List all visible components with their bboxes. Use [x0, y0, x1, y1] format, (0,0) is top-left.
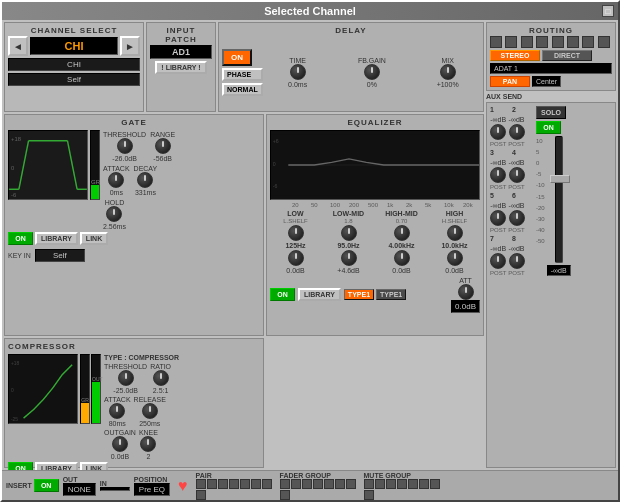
- delay-mix-knob[interactable]: [440, 64, 456, 80]
- channel-next-button[interactable]: ►: [120, 36, 140, 56]
- fader-group-btn-4[interactable]: [313, 479, 323, 489]
- stereo-button[interactable]: STEREO: [490, 50, 540, 61]
- fader-group-btn-1[interactable]: [280, 479, 290, 489]
- channel-select-panel: CHANNEL SELECT ◄ CHI ► CHI Self: [4, 22, 144, 112]
- gate-decay-knob[interactable]: [137, 172, 153, 188]
- channel-prev-button[interactable]: ◄: [8, 36, 28, 56]
- route-btn-6[interactable]: [567, 36, 579, 48]
- eq-panel: EQUALIZER +6 0 -6 20: [266, 114, 484, 336]
- eq-band-lowmid-gain-knob[interactable]: [341, 250, 357, 266]
- aux-2-knob[interactable]: [509, 124, 525, 140]
- comp-knee-knob[interactable]: [140, 436, 156, 452]
- phase-button[interactable]: PHASE: [222, 68, 263, 81]
- mute-group-btn-6[interactable]: [419, 479, 429, 489]
- delay-fbgain-knob[interactable]: [364, 64, 380, 80]
- aux-6-knob[interactable]: [509, 210, 525, 226]
- eq-band-high-freq-knob[interactable]: [447, 225, 463, 241]
- route-btn-1[interactable]: [490, 36, 502, 48]
- aux-3-knob[interactable]: [490, 167, 506, 183]
- pair-btn-2[interactable]: [207, 479, 217, 489]
- comp-ratio-knob[interactable]: [153, 370, 169, 386]
- pan-button[interactable]: PAN: [490, 76, 530, 87]
- normal-button[interactable]: NORMAL: [222, 83, 263, 96]
- route-btn-3[interactable]: [521, 36, 533, 48]
- gate-link-button[interactable]: LINK: [80, 232, 108, 245]
- direct-button[interactable]: DIRECT: [542, 50, 592, 61]
- aux-4-knob[interactable]: [509, 167, 525, 183]
- gate-hold-knob[interactable]: [106, 206, 122, 222]
- comp-attack-knob[interactable]: [109, 403, 125, 419]
- delay-on-button[interactable]: ON: [222, 49, 252, 66]
- insert-in-label: IN: [100, 480, 130, 487]
- delay-time-knob[interactable]: [290, 64, 306, 80]
- eq-band-highmid-type: 0.70: [396, 218, 408, 224]
- heart-button[interactable]: ♥: [174, 477, 192, 495]
- solo-button[interactable]: SOLO: [536, 106, 566, 119]
- eq-type1-button[interactable]: TYPE1: [344, 289, 374, 300]
- pair-btn-7[interactable]: [262, 479, 272, 489]
- aux-4-label: 4: [512, 149, 532, 156]
- mute-group-btn-1[interactable]: [364, 479, 374, 489]
- eq-library-button[interactable]: LIBRARY: [298, 288, 341, 301]
- gate-on-button[interactable]: ON: [8, 232, 33, 245]
- aux-3-db-val: -∞dB: [490, 159, 506, 166]
- eq-band-highmid-gain-knob[interactable]: [394, 250, 410, 266]
- mute-group-btn-7[interactable]: [430, 479, 440, 489]
- eq-band-high-gain-knob[interactable]: [447, 250, 463, 266]
- insert-on-button[interactable]: ON: [34, 479, 59, 492]
- delay-time-label: TIME: [289, 57, 306, 64]
- library-button[interactable]: ! LIBRARY !: [155, 61, 206, 74]
- comp-release-knob[interactable]: [142, 403, 158, 419]
- pair-btn-8[interactable]: [196, 490, 206, 500]
- fader-group-btn-6[interactable]: [335, 479, 345, 489]
- mute-group-btn-5[interactable]: [408, 479, 418, 489]
- eq-band-highmid-freq-knob[interactable]: [394, 225, 410, 241]
- fader-track[interactable]: [555, 136, 563, 263]
- aux-1-label: 1: [490, 106, 510, 113]
- eq-type2-button[interactable]: TYPE1: [376, 289, 406, 300]
- eq-band-low-freq-knob[interactable]: [288, 225, 304, 241]
- comp-gr-meter: GR: [80, 354, 90, 424]
- pair-btn-1[interactable]: [196, 479, 206, 489]
- mute-group-btn-2[interactable]: [375, 479, 385, 489]
- gate-range-knob[interactable]: [155, 138, 171, 154]
- eq-band-lowmid-freq-knob[interactable]: [341, 225, 357, 241]
- gate-threshold-knob[interactable]: [117, 138, 133, 154]
- pair-btn-4[interactable]: [229, 479, 239, 489]
- eq-band-low-freq: 125Hz: [285, 242, 305, 249]
- routing-label: ROUTING: [490, 26, 612, 35]
- gate-library-button[interactable]: LIBRARY: [35, 232, 78, 245]
- comp-threshold-knob[interactable]: [118, 370, 134, 386]
- aux-78-header: 7 8: [490, 235, 532, 242]
- aux-7-knob[interactable]: [490, 253, 506, 269]
- gate-attack-knob[interactable]: [108, 172, 124, 188]
- eq-on-button[interactable]: ON: [270, 288, 295, 301]
- comp-outgain-knob[interactable]: [112, 436, 128, 452]
- comp-release-label: RELEASE: [134, 396, 166, 403]
- close-button[interactable]: □: [602, 5, 614, 17]
- aux-8-knob[interactable]: [509, 253, 525, 269]
- route-btn-5[interactable]: [552, 36, 564, 48]
- fader-group-btn-8[interactable]: [280, 490, 290, 500]
- eq-band-low-gain-knob[interactable]: [288, 250, 304, 266]
- route-btn-4[interactable]: [536, 36, 548, 48]
- pair-btn-6[interactable]: [251, 479, 261, 489]
- mute-group-btn-4[interactable]: [397, 479, 407, 489]
- route-btn-7[interactable]: [582, 36, 594, 48]
- fader-group-btn-3[interactable]: [302, 479, 312, 489]
- pair-btn-5[interactable]: [240, 479, 250, 489]
- aux-5-knob[interactable]: [490, 210, 506, 226]
- route-btn-8[interactable]: [598, 36, 610, 48]
- route-btn-2[interactable]: [505, 36, 517, 48]
- eq-att-knob[interactable]: [458, 284, 474, 300]
- mute-group-btn-8[interactable]: [364, 490, 374, 500]
- fader-group-btn-7[interactable]: [346, 479, 356, 489]
- fader-group-btn-2[interactable]: [291, 479, 301, 489]
- channel-on-button[interactable]: ON: [536, 121, 561, 134]
- fader-handle[interactable]: [550, 175, 570, 183]
- pair-btn-3[interactable]: [218, 479, 228, 489]
- mute-group-btn-3[interactable]: [386, 479, 396, 489]
- fader-group-btn-5[interactable]: [324, 479, 334, 489]
- aux-1-knob[interactable]: [490, 124, 506, 140]
- insert-position-display: Pre EQ: [134, 483, 170, 496]
